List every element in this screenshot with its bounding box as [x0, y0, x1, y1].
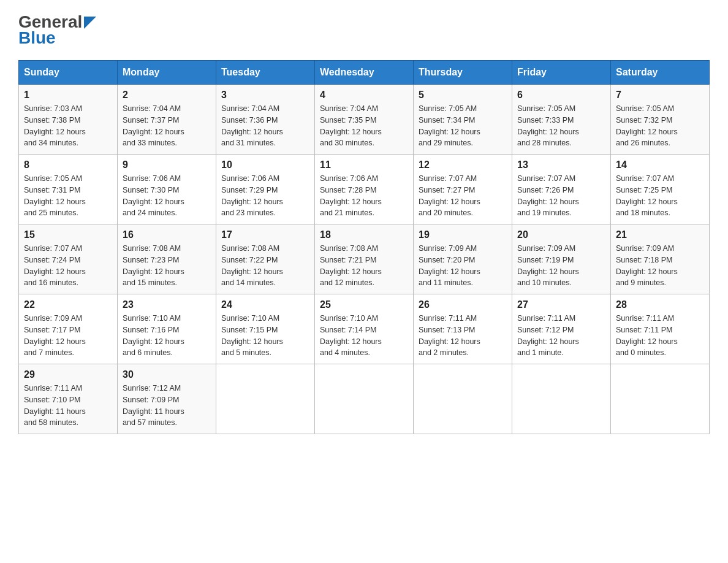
day-info: Sunrise: 7:05 AMSunset: 7:31 PMDaylight:… [24, 173, 112, 219]
day-number: 18 [320, 229, 408, 240]
calendar-cell: 4Sunrise: 7:04 AMSunset: 7:35 PMDaylight… [315, 85, 414, 155]
calendar-cell: 26Sunrise: 7:11 AMSunset: 7:13 PMDayligh… [414, 294, 512, 364]
day-info: Sunrise: 7:07 AMSunset: 7:26 PMDaylight:… [517, 173, 605, 219]
calendar-cell: 20Sunrise: 7:09 AMSunset: 7:19 PMDayligh… [512, 224, 611, 294]
day-number: 11 [320, 159, 408, 170]
day-info: Sunrise: 7:05 AMSunset: 7:34 PMDaylight:… [419, 103, 507, 149]
calendar-cell: 7Sunrise: 7:05 AMSunset: 7:32 PMDaylight… [611, 85, 710, 155]
column-header-tuesday: Tuesday [216, 61, 315, 85]
calendar-cell: 14Sunrise: 7:07 AMSunset: 7:25 PMDayligh… [611, 155, 710, 224]
day-number: 1 [24, 90, 112, 101]
day-number: 17 [221, 229, 309, 240]
calendar-cell: 23Sunrise: 7:10 AMSunset: 7:16 PMDayligh… [118, 294, 216, 364]
day-info: Sunrise: 7:04 AMSunset: 7:35 PMDaylight:… [320, 103, 408, 149]
day-number: 20 [517, 229, 605, 240]
calendar-cell: 28Sunrise: 7:11 AMSunset: 7:11 PMDayligh… [611, 294, 710, 364]
day-info: Sunrise: 7:11 AMSunset: 7:11 PMDaylight:… [616, 313, 704, 359]
day-number: 4 [320, 90, 408, 101]
day-info: Sunrise: 7:07 AMSunset: 7:24 PMDaylight:… [24, 243, 112, 289]
calendar-cell: 21Sunrise: 7:09 AMSunset: 7:18 PMDayligh… [611, 224, 710, 294]
calendar-week-row: 15Sunrise: 7:07 AMSunset: 7:24 PMDayligh… [19, 224, 710, 294]
column-header-thursday: Thursday [414, 61, 512, 85]
calendar-week-row: 29Sunrise: 7:11 AMSunset: 7:10 PMDayligh… [19, 364, 710, 434]
day-info: Sunrise: 7:11 AMSunset: 7:10 PMDaylight:… [24, 383, 112, 429]
day-number: 15 [24, 229, 112, 240]
day-info: Sunrise: 7:09 AMSunset: 7:17 PMDaylight:… [24, 313, 112, 359]
calendar-cell: 29Sunrise: 7:11 AMSunset: 7:10 PMDayligh… [19, 364, 118, 434]
logo-blue-text: Blue [18, 28, 56, 47]
day-info: Sunrise: 7:08 AMSunset: 7:22 PMDaylight:… [221, 243, 309, 289]
day-number: 19 [419, 229, 507, 240]
day-number: 30 [123, 369, 211, 380]
calendar-cell: 17Sunrise: 7:08 AMSunset: 7:22 PMDayligh… [216, 224, 315, 294]
column-header-sunday: Sunday [19, 61, 118, 85]
day-info: Sunrise: 7:03 AMSunset: 7:38 PMDaylight:… [24, 103, 112, 149]
calendar-cell: 1Sunrise: 7:03 AMSunset: 7:38 PMDaylight… [19, 85, 118, 155]
calendar-cell: 3Sunrise: 7:04 AMSunset: 7:36 PMDaylight… [216, 85, 315, 155]
day-info: Sunrise: 7:06 AMSunset: 7:28 PMDaylight:… [320, 173, 408, 219]
calendar-cell: 30Sunrise: 7:12 AMSunset: 7:09 PMDayligh… [118, 364, 216, 434]
day-info: Sunrise: 7:04 AMSunset: 7:36 PMDaylight:… [221, 103, 309, 149]
day-info: Sunrise: 7:08 AMSunset: 7:21 PMDaylight:… [320, 243, 408, 289]
day-number: 29 [24, 369, 112, 380]
day-info: Sunrise: 7:12 AMSunset: 7:09 PMDaylight:… [123, 383, 211, 429]
calendar-cell: 27Sunrise: 7:11 AMSunset: 7:12 PMDayligh… [512, 294, 611, 364]
calendar-week-row: 22Sunrise: 7:09 AMSunset: 7:17 PMDayligh… [19, 294, 710, 364]
day-number: 25 [320, 299, 408, 310]
day-number: 27 [517, 299, 605, 310]
day-number: 28 [616, 299, 704, 310]
day-number: 21 [616, 229, 704, 240]
day-number: 22 [24, 299, 112, 310]
day-number: 24 [221, 299, 309, 310]
calendar-cell: 6Sunrise: 7:05 AMSunset: 7:33 PMDaylight… [512, 85, 611, 155]
day-number: 9 [123, 159, 211, 170]
calendar-table: SundayMondayTuesdayWednesdayThursdayFrid… [18, 60, 710, 434]
logo-line2: Blue [18, 28, 56, 48]
calendar-cell: 13Sunrise: 7:07 AMSunset: 7:26 PMDayligh… [512, 155, 611, 224]
calendar-cell [512, 364, 611, 434]
calendar-cell [611, 364, 710, 434]
day-info: Sunrise: 7:10 AMSunset: 7:15 PMDaylight:… [221, 313, 309, 359]
day-info: Sunrise: 7:10 AMSunset: 7:16 PMDaylight:… [123, 313, 211, 359]
day-info: Sunrise: 7:07 AMSunset: 7:25 PMDaylight:… [616, 173, 704, 219]
day-info: Sunrise: 7:06 AMSunset: 7:30 PMDaylight:… [123, 173, 211, 219]
calendar-week-row: 8Sunrise: 7:05 AMSunset: 7:31 PMDaylight… [19, 155, 710, 224]
day-info: Sunrise: 7:09 AMSunset: 7:18 PMDaylight:… [616, 243, 704, 289]
calendar-cell: 22Sunrise: 7:09 AMSunset: 7:17 PMDayligh… [19, 294, 118, 364]
column-header-monday: Monday [118, 61, 216, 85]
column-header-wednesday: Wednesday [315, 61, 414, 85]
logo: General Blue [18, 12, 96, 48]
calendar-cell: 19Sunrise: 7:09 AMSunset: 7:20 PMDayligh… [414, 224, 512, 294]
day-info: Sunrise: 7:09 AMSunset: 7:20 PMDaylight:… [419, 243, 507, 289]
column-header-friday: Friday [512, 61, 611, 85]
day-number: 5 [419, 90, 507, 101]
day-number: 16 [123, 229, 211, 240]
day-info: Sunrise: 7:07 AMSunset: 7:27 PMDaylight:… [419, 173, 507, 219]
day-number: 23 [123, 299, 211, 310]
day-info: Sunrise: 7:08 AMSunset: 7:23 PMDaylight:… [123, 243, 211, 289]
day-number: 10 [221, 159, 309, 170]
calendar-cell: 18Sunrise: 7:08 AMSunset: 7:21 PMDayligh… [315, 224, 414, 294]
day-info: Sunrise: 7:05 AMSunset: 7:33 PMDaylight:… [517, 103, 605, 149]
calendar-cell: 11Sunrise: 7:06 AMSunset: 7:28 PMDayligh… [315, 155, 414, 224]
calendar-cell: 15Sunrise: 7:07 AMSunset: 7:24 PMDayligh… [19, 224, 118, 294]
day-number: 14 [616, 159, 704, 170]
day-number: 8 [24, 159, 112, 170]
day-info: Sunrise: 7:06 AMSunset: 7:29 PMDaylight:… [221, 173, 309, 219]
calendar-cell: 16Sunrise: 7:08 AMSunset: 7:23 PMDayligh… [118, 224, 216, 294]
calendar-cell: 5Sunrise: 7:05 AMSunset: 7:34 PMDaylight… [414, 85, 512, 155]
calendar-cell: 12Sunrise: 7:07 AMSunset: 7:27 PMDayligh… [414, 155, 512, 224]
calendar-week-row: 1Sunrise: 7:03 AMSunset: 7:38 PMDaylight… [19, 85, 710, 155]
calendar-cell [414, 364, 512, 434]
day-number: 26 [419, 299, 507, 310]
day-info: Sunrise: 7:04 AMSunset: 7:37 PMDaylight:… [123, 103, 211, 149]
calendar-cell [315, 364, 414, 434]
day-info: Sunrise: 7:11 AMSunset: 7:13 PMDaylight:… [419, 313, 507, 359]
calendar-cell [216, 364, 315, 434]
calendar-cell: 2Sunrise: 7:04 AMSunset: 7:37 PMDaylight… [118, 85, 216, 155]
page-header: General Blue [18, 12, 710, 48]
day-info: Sunrise: 7:05 AMSunset: 7:32 PMDaylight:… [616, 103, 704, 149]
day-number: 7 [616, 90, 704, 101]
day-info: Sunrise: 7:11 AMSunset: 7:12 PMDaylight:… [517, 313, 605, 359]
calendar-header-row: SundayMondayTuesdayWednesdayThursdayFrid… [19, 61, 710, 85]
